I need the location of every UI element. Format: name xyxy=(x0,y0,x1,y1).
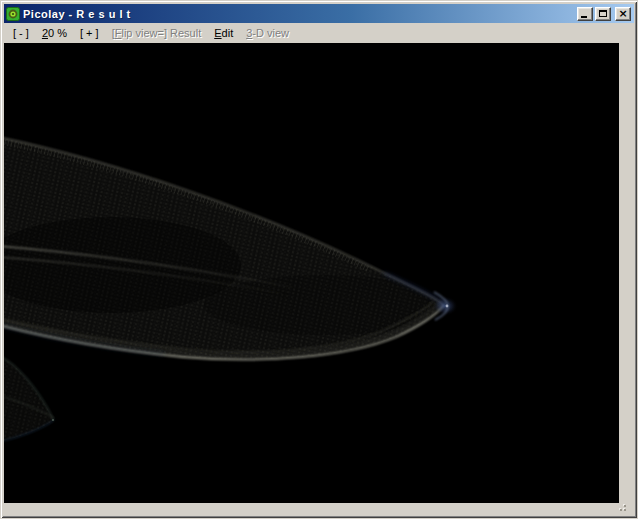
menubar: [ - ] 20 % [ + ] [Flip view=] Result Edi… xyxy=(4,23,634,43)
maximize-icon xyxy=(599,10,607,17)
minimize-button[interactable] xyxy=(577,7,593,21)
menu-item-zoom-in[interactable]: [ + ] xyxy=(79,25,100,41)
menu-item-zoom-out[interactable]: [ - ] xyxy=(12,25,30,41)
maximize-button[interactable] xyxy=(595,7,611,21)
result-image-canvas xyxy=(4,43,619,503)
picolay-result-window: Picolay - R e s u l t × [ - ] 20 % [ + ]… xyxy=(0,0,638,519)
menu-item-flip-view: [Flip view=] Result xyxy=(111,25,203,41)
minimize-icon xyxy=(581,16,587,18)
menu-item-3d-view: 3-D view xyxy=(245,25,290,41)
client-area xyxy=(4,43,634,515)
resize-grip[interactable] xyxy=(618,503,626,511)
titlebar[interactable]: Picolay - R e s u l t × xyxy=(4,4,634,23)
window-title: Picolay - R e s u l t xyxy=(23,8,577,20)
picolay-app-icon[interactable] xyxy=(6,7,20,21)
menu-item-edit[interactable]: Edit xyxy=(213,25,234,41)
diatom-micrograph xyxy=(4,43,619,503)
close-icon: × xyxy=(618,9,627,19)
close-button[interactable]: × xyxy=(615,7,631,21)
menu-item-zoom-level[interactable]: 20 % xyxy=(41,25,68,41)
